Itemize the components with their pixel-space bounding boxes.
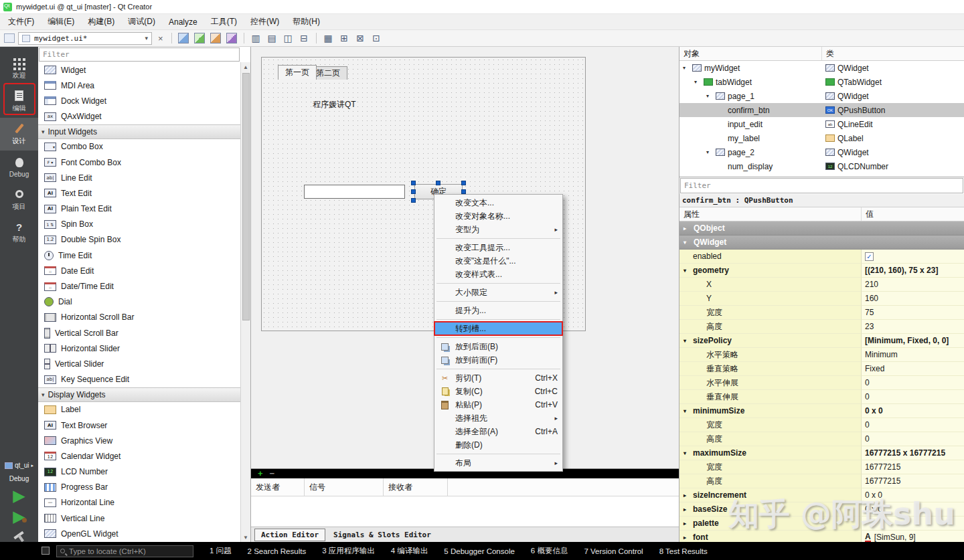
widget-box-item-combo-box[interactable]: Combo Box (38, 139, 240, 155)
window-toggle-icon[interactable] (42, 547, 50, 555)
property-value[interactable]: 0 (865, 434, 870, 444)
pane-search-results[interactable]: 2 Search Results (248, 547, 307, 555)
property-row-geometry-height[interactable]: 高度 23 (679, 320, 964, 334)
property-group-qobject[interactable]: ▸QObject (679, 221, 964, 236)
tree-row-confirm-btn[interactable]: confirm_btn QPushButton (679, 103, 964, 117)
menu-cut[interactable]: ✂剪切(T)Ctrl+X (434, 371, 562, 385)
menu-delete[interactable]: 删除(D) (434, 438, 562, 452)
tab-signals-slots-editor[interactable]: Signals & Slots Editor (327, 529, 437, 541)
property-row-geometry[interactable]: ▾geometry [(210, 160), 75 x 23] (679, 264, 964, 278)
edit-tab-order-icon[interactable] (226, 32, 238, 45)
menu-bring-to-front[interactable]: 放到前面(F) (434, 353, 562, 367)
widget-box-scrollbar[interactable]: ▲ ▼ (240, 62, 250, 542)
resize-handle-top-left[interactable] (411, 181, 416, 185)
property-row-maxsize-height[interactable]: 高度 16777215 (679, 474, 964, 488)
layout-vertical-icon[interactable]: ▤ (266, 32, 278, 45)
menu-change-text[interactable]: 改变文本... (434, 196, 562, 209)
pane-version-control[interactable]: 7 Version Control (584, 547, 643, 555)
widget-box-item-horizontal-slider[interactable]: Horizontal Slider (38, 341, 240, 356)
property-value[interactable]: 160 (865, 294, 878, 303)
property-value[interactable]: 16777215 x 16777215 (865, 448, 945, 458)
locator-input[interactable]: Type to locate (Ctrl+K) (56, 545, 193, 557)
form-tab-page1[interactable]: 第一页 (278, 65, 317, 80)
widget-box-item-double-spin-box[interactable]: Double Spin Box (38, 232, 240, 248)
build-config-selector[interactable]: Debug (9, 475, 29, 482)
menu-file[interactable]: 文件(F) (1, 14, 41, 29)
scroll-down-icon[interactable]: ▼ (243, 533, 248, 542)
widget-box-item-date-edit[interactable]: Date Edit (38, 263, 240, 278)
widget-box-item-vertical-line[interactable]: Vertical Line (38, 510, 240, 526)
chevron-down-icon[interactable]: ▾ (683, 65, 690, 71)
layout-splitter-vertical-icon[interactable]: ⊟ (298, 32, 311, 45)
widget-box-item-progress-bar[interactable]: Progress Bar (38, 480, 240, 495)
widget-box-item-widget[interactable]: Widget (38, 62, 240, 78)
mode-debug[interactable]: Debug (0, 151, 38, 183)
property-value[interactable]: 16777215 (865, 476, 900, 486)
adjust-size-icon[interactable]: ⊡ (370, 32, 383, 45)
open-file-selector[interactable]: mywidget.ui* ▾ (18, 32, 152, 45)
build-button[interactable] (14, 531, 24, 539)
widget-box-item-line-edit[interactable]: Line Edit (38, 170, 240, 185)
property-row-enabled[interactable]: enabled ✓ (679, 250, 964, 264)
column-value[interactable]: 值 (862, 207, 964, 221)
tree-row-input-edit[interactable]: input_edit QLineEdit (679, 117, 964, 131)
tree-row-page2[interactable]: ▾page_2 QWidget (679, 145, 964, 159)
widget-box-item-lcd-number[interactable]: LCD Number (38, 464, 240, 480)
chevron-down-icon[interactable]: ▾ (694, 79, 701, 85)
menu-go-to-slot[interactable]: 转到槽... (434, 322, 562, 335)
widget-box-item-opengl-widget[interactable]: OpenGL Widget (38, 526, 240, 541)
chevron-down-icon[interactable]: ▾ (684, 450, 690, 456)
property-value[interactable]: 0 (865, 392, 870, 401)
property-row-minimumsize[interactable]: ▾minimumSize 0 x 0 (679, 404, 964, 418)
property-value[interactable]: Fixed (865, 364, 884, 373)
property-row-geometry-y[interactable]: Y 160 (679, 292, 964, 306)
property-value[interactable]: Minimum (865, 350, 898, 359)
widget-box-item-mdi-area[interactable]: MDI Area (38, 78, 240, 93)
chevron-down-icon[interactable]: ▾ (684, 338, 690, 344)
resize-handle-top-right[interactable] (461, 181, 466, 185)
column-property[interactable]: 属性 (679, 207, 862, 221)
chevron-right-icon[interactable]: ▸ (684, 521, 690, 527)
widget-box-item-vertical-scroll-bar[interactable]: Vertical Scroll Bar (38, 325, 240, 341)
edit-widgets-icon[interactable] (177, 32, 190, 45)
widget-box-item-label[interactable]: Label (38, 402, 240, 417)
widget-box-item-calendar-widget[interactable]: Calendar Widget (38, 448, 240, 464)
property-value[interactable]: 16777215 (865, 462, 900, 472)
tab-action-editor[interactable]: Action Editor (254, 529, 325, 541)
widget-box-item-graphics-view[interactable]: Graphics View (38, 433, 240, 448)
column-object[interactable]: 对象 (679, 47, 822, 60)
mode-help[interactable]: ? 帮助 (0, 216, 38, 249)
menu-edit[interactable]: 编辑(E) (41, 14, 81, 29)
resize-handle-mid-left[interactable] (411, 189, 416, 194)
chevron-down-icon[interactable]: ▾ (684, 268, 690, 274)
property-value[interactable]: 75 (865, 308, 874, 317)
property-value[interactable]: 0 x 0 (865, 406, 883, 415)
column-signal[interactable]: 信号 (305, 478, 384, 496)
mode-projects[interactable]: 项目 (0, 183, 38, 216)
widget-box-item-key-sequence-edit[interactable]: Key Sequence Edit (38, 372, 240, 387)
pane-debugger-console[interactable]: 5 Debugger Console (444, 547, 515, 555)
menu-build[interactable]: 构建(B) (81, 14, 121, 29)
property-row-minsize-width[interactable]: 宽度 0 (679, 418, 964, 432)
widget-box-item-horizontal-line[interactable]: Horizontal Line (38, 495, 240, 510)
layout-splitter-horizontal-icon[interactable]: ◫ (282, 32, 295, 45)
menu-tools[interactable]: 工具(T) (204, 14, 244, 29)
property-row-geometry-x[interactable]: X 210 (679, 278, 964, 292)
tree-row-my-label[interactable]: my_label QLabel (679, 131, 964, 145)
widget-box-section-display-widgets[interactable]: ▾Display Widgets (38, 387, 240, 402)
resize-handle-top-center[interactable] (436, 181, 440, 185)
property-group-qwidget[interactable]: ▾QWidget (679, 236, 964, 250)
edit-buddies-icon[interactable] (210, 32, 222, 45)
chevron-right-icon[interactable]: ▸ (684, 492, 690, 498)
signals-table-body[interactable] (251, 496, 679, 527)
pane-compile-output[interactable]: 4 编译输出 (391, 546, 428, 556)
resize-handle-bottom-left[interactable] (411, 198, 416, 203)
menu-promote-to[interactable]: 提升为... (434, 304, 562, 317)
menu-select-ancestor[interactable]: 选择祖先▸ (434, 411, 562, 425)
mode-design[interactable]: 设计 (0, 118, 38, 151)
tree-row-tabwidget[interactable]: ▾tabWidget QTabWidget (679, 75, 964, 89)
widget-box-item-dock-widget[interactable]: Dock Widget (38, 93, 240, 108)
property-value[interactable]: 210 (865, 280, 878, 289)
property-row-h-policy[interactable]: 水平策略 Minimum (679, 348, 964, 362)
property-row-sizepolicy[interactable]: ▾sizePolicy [Minimum, Fixed, 0, 0] (679, 334, 964, 348)
